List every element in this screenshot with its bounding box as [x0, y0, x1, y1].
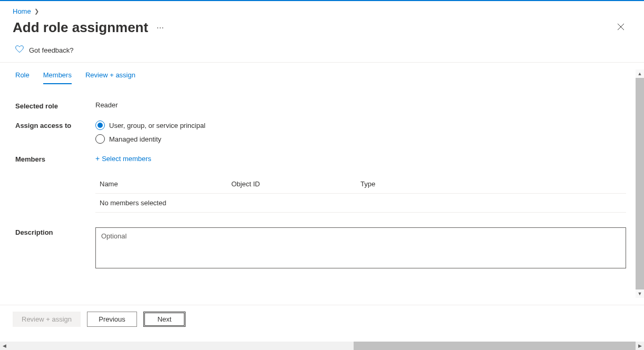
scroll-right-arrow-icon[interactable]: ▶: [636, 342, 644, 350]
radio-user-group-service-principal[interactable]: User, group, or service principal: [95, 121, 631, 130]
close-button[interactable]: [614, 21, 627, 35]
page-header: Add role assignment ⋯: [0, 19, 644, 45]
radio-label-2: Managed identity: [109, 135, 161, 143]
selected-role-value: Reader: [95, 101, 631, 109]
breadcrumb-home-link[interactable]: Home: [13, 7, 31, 15]
feedback-link[interactable]: Got feedback?: [0, 45, 644, 63]
column-header-object-id: Object ID: [231, 180, 360, 188]
scroll-left-arrow-icon[interactable]: ◀: [0, 342, 8, 350]
more-icon[interactable]: ⋯: [157, 24, 164, 32]
previous-button[interactable]: Previous: [87, 312, 137, 327]
scroll-down-arrow-icon[interactable]: ▼: [636, 289, 644, 298]
table-row-empty: No members selected: [95, 194, 626, 213]
assign-access-label: Assign access to: [15, 121, 95, 129]
select-members-link[interactable]: + Select members: [95, 154, 631, 163]
radio-label-1: User, group, or service principal: [109, 122, 206, 129]
vertical-scrollbar[interactable]: ▲ ▼: [636, 69, 644, 298]
tab-members[interactable]: Members: [43, 71, 72, 84]
tab-role[interactable]: Role: [15, 71, 30, 84]
radio-selected-icon: [95, 121, 105, 130]
tab-review-assign[interactable]: Review + assign: [85, 71, 135, 84]
tabs: Role Members Review + assign: [0, 63, 644, 84]
scroll-thumb[interactable]: [354, 342, 636, 350]
empty-message: No members selected: [100, 199, 166, 207]
members-table: Name Object ID Type No members selected: [95, 175, 626, 213]
chevron-right-icon: ❯: [34, 8, 39, 15]
scroll-thumb[interactable]: [636, 78, 644, 289]
close-icon: [617, 23, 625, 31]
radio-managed-identity[interactable]: Managed identity: [95, 134, 631, 144]
column-header-name: Name: [100, 180, 231, 188]
members-label: Members: [15, 154, 95, 163]
next-button[interactable]: Next: [143, 312, 186, 327]
horizontal-scrollbar[interactable]: ◀ ▶: [0, 342, 644, 350]
feedback-label: Got feedback?: [29, 46, 74, 54]
description-input[interactable]: [95, 227, 626, 268]
bottom-bar: Review + assign Previous Next: [0, 305, 644, 333]
review-assign-button: Review + assign: [13, 312, 81, 327]
breadcrumb: Home ❯: [0, 1, 644, 19]
select-members-text: Select members: [102, 155, 151, 163]
plus-icon: +: [95, 154, 100, 163]
scroll-up-arrow-icon[interactable]: ▲: [636, 69, 644, 78]
page-title: Add role assignment: [13, 19, 148, 36]
description-label: Description: [15, 227, 95, 236]
heart-icon: [15, 45, 24, 55]
column-header-type: Type: [360, 180, 622, 188]
selected-role-label: Selected role: [15, 101, 95, 110]
radio-unselected-icon: [95, 134, 105, 144]
